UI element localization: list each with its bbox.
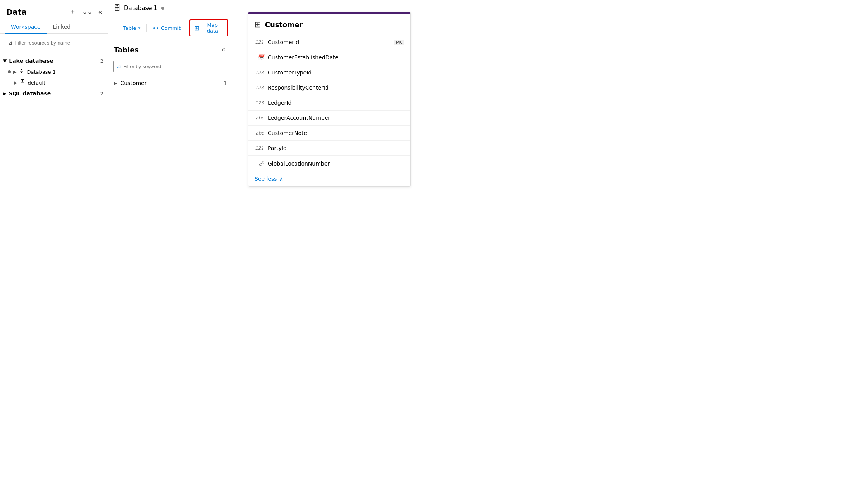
commit-button-label: Commit <box>161 25 181 31</box>
see-less-label: See less <box>255 176 277 182</box>
type-icon-123b: 123 <box>255 85 264 90</box>
panel-db-title: Database 1 <box>124 5 157 12</box>
type-icon-121: 121 <box>255 40 264 45</box>
db-icon: 🗄 <box>114 4 121 12</box>
customer-table-name: Customer <box>120 80 146 86</box>
table-filter-input[interactable] <box>123 64 224 69</box>
field-name-lid: LedgerId <box>268 100 291 106</box>
type-icon-calendar: 📅 <box>255 54 264 60</box>
field-badge-pk: PK <box>394 40 404 45</box>
field-name-gln: GlobalLocationNumber <box>268 161 330 167</box>
table-filter-inner: ⊿ <box>113 61 227 72</box>
toolbar-divider2 <box>187 24 187 32</box>
table-button-label: Table <box>123 25 136 31</box>
default-label: default <box>28 80 45 86</box>
collapse-sidebar-button[interactable]: « <box>97 7 103 17</box>
database1-label: Database 1 <box>27 69 55 75</box>
sql-database-count: 2 <box>100 91 103 97</box>
collapse-tables-button[interactable]: « <box>220 45 227 55</box>
field-pid-left: 121 PartyId <box>255 145 287 151</box>
chevron-right-icon2: ▶ <box>14 80 17 85</box>
chevron-up-icon: ∧ <box>279 176 283 182</box>
map-data-label: Map data <box>202 22 224 34</box>
chevron-down-icon: ▼ <box>3 58 7 64</box>
customer-table-item[interactable]: ▶ Customer 1 <box>108 77 232 89</box>
panel-dot-indicator <box>161 7 164 10</box>
commit-button[interactable]: ⊶ Commit <box>149 22 184 33</box>
field-customer-id: 121 CustomerId PK <box>248 35 410 50</box>
field-lid-left: 123 LedgerId <box>255 100 291 106</box>
panel-topbar: 🗄 Database 1 <box>108 0 232 16</box>
field-customer-note: abc CustomerNote <box>248 126 410 141</box>
field-customer-established-date: 📅 CustomerEstablishedDate <box>248 50 410 65</box>
customer-table-count: 1 <box>224 80 227 86</box>
lake-database-left: ▼ Lake database <box>3 58 53 64</box>
lake-database-section[interactable]: ▼ Lake database 2 <box>0 55 108 66</box>
sql-database-section[interactable]: ▶ SQL database 2 <box>0 88 108 99</box>
field-name-lan: LedgerAccountNumber <box>268 115 330 121</box>
entity-card-title: Customer <box>265 21 303 29</box>
tables-title: Tables <box>114 46 139 54</box>
tree-area: ▼ Lake database 2 ▶ 🗄 Database 1 ▶ 🗄 def… <box>0 52 108 499</box>
field-name-ced: CustomerEstablishedDate <box>268 54 338 60</box>
sidebar-title: Data <box>6 7 27 17</box>
type-icon-121-pid: 121 <box>255 145 264 151</box>
tables-header: Tables « <box>108 40 232 58</box>
dot-indicator <box>8 70 11 73</box>
field-rcid-left: 123 ResponsibilityCenterId <box>255 85 329 91</box>
tab-linked[interactable]: Linked <box>47 21 77 34</box>
type-icon-123c: 123 <box>255 100 264 105</box>
table-button[interactable]: ＋ Table ▾ <box>112 22 144 33</box>
tables-section: Tables « ⊿ ▶ Customer 1 <box>108 40 232 499</box>
database-icon2: 🗄 <box>19 79 25 86</box>
database1-item[interactable]: ▶ 🗄 Database 1 <box>0 66 108 77</box>
middle-panel: 🗄 Database 1 ＋ Table ▾ ⊶ Commit ⊞ Map da… <box>108 0 232 499</box>
field-name-cn: CustomerNote <box>268 130 307 136</box>
type-icon-ex: ex <box>255 160 264 167</box>
filter-icon2: ⊿ <box>117 64 121 69</box>
field-gln-left: ex GlobalLocationNumber <box>255 160 330 167</box>
sidebar-filter-bar: ⊿ <box>0 34 108 52</box>
chevron-right-icon: ▶ <box>13 69 16 74</box>
toolbar-divider1 <box>146 24 147 32</box>
sql-database-label: SQL database <box>9 90 51 97</box>
tab-workspace[interactable]: Workspace <box>5 21 47 34</box>
field-responsibility-center-id: 123 ResponsibilityCenterId <box>248 80 410 95</box>
lake-database-label: Lake database <box>9 58 53 64</box>
type-icon-abc-cn: abc <box>255 130 264 136</box>
field-ctid-left: 123 CustomerTypeId <box>255 69 312 76</box>
chevron-right-icon4: ▶ <box>114 81 117 86</box>
field-name-pid: PartyId <box>268 145 287 151</box>
filter-input-wrap: ⊿ <box>5 38 103 48</box>
field-customer-type-id: 123 CustomerTypeId <box>248 65 410 80</box>
chevron-down-icon2: ▾ <box>138 26 141 31</box>
commit-icon: ⊶ <box>153 24 159 31</box>
default-item[interactable]: ▶ 🗄 default <box>0 77 108 88</box>
map-data-button[interactable]: ⊞ Map data <box>189 19 228 36</box>
add-button[interactable]: ＋ <box>68 6 78 17</box>
customer-table-left: ▶ Customer <box>114 80 146 86</box>
plus-icon: ＋ <box>116 24 121 31</box>
sidebar-filter-input[interactable] <box>15 40 100 46</box>
database-icon: 🗄 <box>19 68 24 75</box>
field-ledger-account-number: abc LedgerAccountNumber <box>248 111 410 126</box>
entity-field-list: 121 CustomerId PK 📅 CustomerEstablishedD… <box>248 35 410 171</box>
sidebar-header: Data ＋ ⌄⌄ « <box>0 0 108 21</box>
sql-database-left: ▶ SQL database <box>3 90 51 97</box>
map-data-icon: ⊞ <box>194 24 199 32</box>
expand-all-button[interactable]: ⌄⌄ <box>81 7 94 17</box>
entity-card: ⊞ Customer 121 CustomerId PK 📅 CustomerE… <box>248 12 411 187</box>
right-panel: ⊞ Customer 121 CustomerId PK 📅 CustomerE… <box>232 0 868 499</box>
tab-bar: Workspace Linked <box>0 21 108 34</box>
field-name-ctid: CustomerTypeId <box>268 69 312 76</box>
type-icon-123a: 123 <box>255 70 264 75</box>
field-party-id: 121 PartyId <box>248 141 410 156</box>
entity-card-header: ⊞ Customer <box>248 14 410 35</box>
toolbar: ＋ Table ▾ ⊶ Commit ⊞ Map data <box>108 16 232 40</box>
type-icon-abc-lan: abc <box>255 115 264 121</box>
field-cn-left: abc CustomerNote <box>255 130 307 136</box>
see-less-button[interactable]: See less ∧ <box>248 171 289 186</box>
lake-database-count: 2 <box>100 58 103 64</box>
sidebar-actions: ＋ ⌄⌄ « <box>68 6 103 17</box>
field-name-customer-id: CustomerId <box>268 39 299 45</box>
